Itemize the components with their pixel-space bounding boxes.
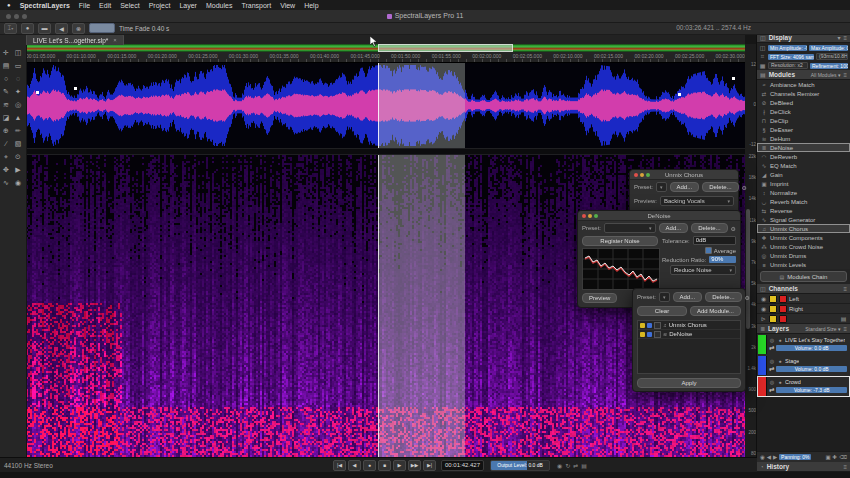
channel-color-a[interactable] [769,305,777,313]
output-level-slider[interactable]: Output Level: 0.0 dB [490,460,550,471]
project-tab[interactable]: LIVE Let's S...ogether.slp* × [26,34,124,45]
eye-icon[interactable]: ◎ [769,358,775,364]
volume-slider[interactable]: Volume: 0.0 dB [776,366,847,372]
chain-module-item[interactable]: ♫ Unmix Chorus [638,321,740,330]
follow-icon[interactable]: ⇄ [573,462,578,469]
record-button[interactable]: ● [363,460,376,471]
history-panel-header[interactable]: ◔ History ≡ [757,462,850,472]
layer-size-dropdown[interactable]: Standard Size ▾ [805,326,840,332]
tolerance-field[interactable]: 0dB [693,236,736,245]
module-item[interactable]: ⇄ Channels Remixer [757,89,850,98]
solo-icon[interactable]: ● [777,379,783,385]
module-item[interactable]: ⇆ Reverse [757,206,850,215]
speaker-icon[interactable]: ◉ [760,305,767,312]
dialog-traffic-lights[interactable] [634,173,650,177]
delete-layer-icon[interactable]: ⌫ [839,454,847,460]
preset-add-button[interactable]: Add... [673,292,703,302]
layer-item-live[interactable]: ◎ ● LIVE Let's Stay Together ⇄ Volume: 0… [757,334,850,355]
channel-color-a[interactable] [769,295,777,303]
solo-icon[interactable]: ● [777,358,783,364]
lasso-selection-tool[interactable]: ◌ [12,72,24,85]
pan-icon[interactable]: ⇄ [769,344,774,352]
menu-item-app[interactable]: SpectralLayers [20,2,70,9]
amplifier-tool[interactable]: ▲ [12,111,24,124]
volume-slider[interactable]: Volume: -7.3 dB [776,387,847,393]
loop-icon[interactable]: ↻ [565,462,570,469]
channel-color-b[interactable] [779,295,787,303]
playback-tool[interactable]: ▶ [12,163,24,176]
measure-tool[interactable]: ⌖ [0,150,12,163]
time-ruler[interactable]: 00:01:05.00000:01:10.00000:01:15.00000:0… [26,52,745,63]
add-layer-icon[interactable]: ✚ [833,454,838,460]
gradient-tool[interactable]: ▧ [12,137,24,150]
eraser-tool[interactable]: ◪ [0,111,12,124]
average-checkbox[interactable]: Average [705,247,736,254]
layer-color[interactable] [758,377,767,396]
channel-row-right[interactable]: ◉ Right [757,304,850,314]
go-end-button[interactable]: ▶| [423,460,436,471]
play-button[interactable]: ▶ [393,460,406,471]
preset-delete-button[interactable]: Delete... [702,182,738,192]
preset-dropdown[interactable]: ▾ [656,182,667,192]
hand-tool[interactable]: ✥ [0,163,12,176]
fft-size-slider[interactable]: FFT Size: 4096 samples [768,54,814,60]
channel-color-a[interactable] [769,315,777,323]
reduction-ratio-slider[interactable]: 90% [709,256,736,263]
eye-icon[interactable]: ◎ [769,337,775,343]
module-item[interactable]: ∿ Signal Generator [757,215,850,224]
preset-add-button[interactable]: Add... [670,182,700,192]
pencil-tool[interactable]: ✏ [12,124,24,137]
preset-delete-button[interactable]: Delete... [691,223,727,233]
channel-extra-row[interactable]: ⊳ ▤ [757,314,850,324]
channel-settings-icon[interactable]: ▤ [840,315,847,322]
module-item[interactable]: ∤ DeClick [757,107,850,116]
channel-color-b[interactable] [779,315,787,323]
pan-left-icon[interactable]: ◀ [767,454,771,460]
loop-button[interactable]: ▬ [38,23,51,34]
waveform-display[interactable] [26,63,745,148]
modules-panel-header[interactable]: ▤ Modules All Modules ▾ ≡ [757,70,850,80]
chain-clear-button[interactable]: Clear [637,306,687,316]
menu-item-modules[interactable]: Modules [206,2,232,9]
menu-item-transport[interactable]: Transport [241,2,271,9]
volume-slider[interactable]: Volume: 0.0 dB [776,345,847,351]
module-item[interactable]: ◢ Gain [757,170,850,179]
rectangular-selection-tool[interactable]: ▭ [12,59,24,72]
reduce-noise-dropdown[interactable]: Reduce Noise▾ [670,265,736,275]
time-selection-tool[interactable]: ◫ [12,46,24,59]
gear-icon[interactable]: ⚙ [731,225,736,232]
menu-item-layer[interactable]: Layer [179,2,197,9]
preview-mode-dropdown[interactable]: Backing Vocals▾ [660,196,734,206]
monitor-tool[interactable]: ◉ [12,176,24,189]
modules-filter-dropdown[interactable]: All Modules ▾ [811,72,841,78]
module-checkbox[interactable] [654,331,661,338]
module-item[interactable]: ⊓ DeClip [757,116,850,125]
layer-item-crowd[interactable]: ◎ ● Crowd ⇄ Volume: -7.3 dB [757,376,850,397]
min-amplitude-slider[interactable]: Min Amplitude: -96 dB [768,45,807,51]
menu-icon[interactable]: ≡ [843,35,847,41]
module-item[interactable]: ⁂ Unmix Crowd Noise [757,242,850,251]
frequency-selection-tool[interactable]: ▤ [0,59,12,72]
module-item[interactable]: ◎ Unmix Drums [757,251,850,260]
stop-button[interactable]: ■ [378,460,391,471]
record-button[interactable]: ● [21,23,34,34]
layer-color[interactable] [758,356,767,375]
module-item[interactable]: ❖ Unmix Components [757,233,850,242]
view-divider[interactable] [26,148,745,155]
active-toggle-icon[interactable] [647,323,652,328]
preset-delete-button[interactable]: Delete... [705,292,741,302]
duplicate-layer-icon[interactable]: ▣ [825,454,830,460]
menu-item-select[interactable]: Select [120,2,139,9]
elliptical-selection-tool[interactable]: ○ [0,72,12,85]
menu-item-file[interactable]: File [79,2,90,9]
overview-strip[interactable] [26,44,745,52]
preset-dropdown[interactable]: ▾ [604,223,656,233]
active-toggle-icon[interactable] [647,332,652,337]
layers-panel-header[interactable]: ≣ Layers Standard Size ▾ ≡ [757,324,850,334]
module-checkbox[interactable] [654,322,661,329]
module-item[interactable]: ≈ Ambiance Match [757,80,850,89]
menu-icon[interactable]: ≡ [843,326,847,332]
module-item[interactable]: ♫ Unmix Chorus [757,224,850,233]
module-item[interactable]: ∿ EQ Match [757,161,850,170]
menu-item-view[interactable]: View [280,2,295,9]
